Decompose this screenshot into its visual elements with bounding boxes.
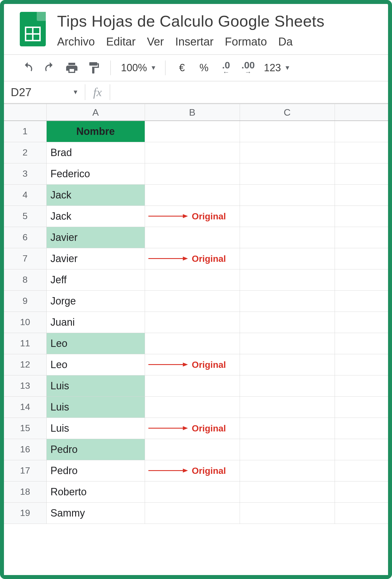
cell[interactable] [335, 333, 388, 354]
cell[interactable] [335, 121, 388, 142]
increase-decimal-button[interactable]: .00 → [240, 60, 256, 76]
cell[interactable] [240, 206, 335, 227]
cell[interactable] [240, 354, 335, 375]
column-header[interactable]: C [240, 104, 335, 121]
cell[interactable]: Federico [46, 163, 145, 184]
cell[interactable] [240, 248, 335, 269]
cell[interactable] [145, 142, 240, 163]
cell[interactable]: Original [145, 418, 240, 439]
cell[interactable] [145, 481, 240, 502]
row-header[interactable]: 11 [4, 333, 46, 354]
row-header[interactable]: 18 [4, 481, 46, 502]
cell[interactable] [240, 121, 335, 142]
row-header[interactable]: 17 [4, 460, 46, 481]
row-header[interactable]: 1 [4, 121, 46, 142]
cell[interactable] [335, 142, 388, 163]
row-header[interactable]: 8 [4, 269, 46, 290]
cell[interactable] [335, 460, 388, 481]
format-percent-button[interactable]: % [196, 60, 212, 76]
cell[interactable] [240, 312, 335, 333]
cell[interactable] [335, 206, 388, 227]
row-header[interactable]: 9 [4, 290, 46, 312]
cell[interactable] [240, 163, 335, 184]
cell[interactable] [145, 375, 240, 396]
format-currency-button[interactable]: € [174, 60, 190, 76]
cell[interactable]: Javier [46, 248, 145, 269]
cell[interactable] [335, 396, 388, 418]
cell[interactable]: Luis [46, 375, 145, 396]
cell[interactable] [145, 227, 240, 248]
cell[interactable] [145, 184, 240, 206]
cell[interactable] [335, 354, 388, 375]
row-header[interactable]: 13 [4, 375, 46, 396]
cell[interactable] [145, 269, 240, 290]
cell[interactable] [145, 290, 240, 312]
cell[interactable]: Leo [46, 333, 145, 354]
cell[interactable]: Original [145, 354, 240, 375]
row-header[interactable]: 12 [4, 354, 46, 375]
cell[interactable]: Leo [46, 354, 145, 375]
cell[interactable] [145, 396, 240, 418]
cell[interactable]: Javier [46, 227, 145, 248]
cell[interactable] [335, 481, 388, 502]
cell[interactable] [240, 227, 335, 248]
menu-edit[interactable]: Editar [106, 35, 136, 48]
cell[interactable] [240, 184, 335, 206]
cell[interactable] [240, 396, 335, 418]
cell[interactable] [240, 290, 335, 312]
cell[interactable] [335, 269, 388, 290]
row-header[interactable]: 6 [4, 227, 46, 248]
row-header[interactable]: 16 [4, 439, 46, 460]
column-header[interactable]: B [145, 104, 240, 121]
menu-view[interactable]: Ver [147, 35, 164, 48]
cell[interactable]: Jeff [46, 269, 145, 290]
cell[interactable] [240, 142, 335, 163]
row-header[interactable]: 5 [4, 206, 46, 227]
cell[interactable]: Sammy [46, 502, 145, 524]
select-all-corner[interactable] [4, 104, 46, 121]
cell[interactable]: Original [145, 460, 240, 481]
cell[interactable] [335, 290, 388, 312]
cell[interactable] [240, 333, 335, 354]
cell[interactable]: Original [145, 248, 240, 269]
cell[interactable]: Pedro [46, 439, 145, 460]
cell[interactable] [240, 481, 335, 502]
cell[interactable]: Jack [46, 184, 145, 206]
cell[interactable] [335, 502, 388, 524]
print-button[interactable] [64, 60, 80, 76]
paint-format-button[interactable] [86, 60, 102, 76]
cell[interactable] [240, 502, 335, 524]
cell[interactable]: Jorge [46, 290, 145, 312]
spreadsheet-grid[interactable]: A B C 1Nombre2Brad3Federico4Jack5JackOri… [4, 103, 388, 575]
cell[interactable] [145, 333, 240, 354]
undo-button[interactable] [20, 60, 36, 76]
cell[interactable]: Roberto [46, 481, 145, 502]
cell[interactable] [240, 439, 335, 460]
cell[interactable] [335, 227, 388, 248]
cell[interactable] [145, 502, 240, 524]
cell[interactable] [335, 184, 388, 206]
cell[interactable] [240, 460, 335, 481]
row-header[interactable]: 10 [4, 312, 46, 333]
cell[interactable] [145, 439, 240, 460]
cell[interactable]: Nombre [46, 121, 145, 142]
cell[interactable] [335, 375, 388, 396]
document-title[interactable]: Tips Hojas de Calculo Google Sheets [57, 12, 388, 30]
column-header[interactable] [335, 104, 388, 121]
more-formats-dropdown[interactable]: 123 ▼ [262, 60, 291, 76]
formula-input[interactable] [110, 81, 388, 103]
row-header[interactable]: 3 [4, 163, 46, 184]
zoom-dropdown[interactable]: 100% ▼ [119, 60, 157, 76]
cell[interactable] [335, 312, 388, 333]
row-header[interactable]: 19 [4, 502, 46, 524]
cell[interactable] [145, 312, 240, 333]
decrease-decimal-button[interactable]: .0 ← [218, 60, 234, 76]
cell[interactable] [240, 375, 335, 396]
cell[interactable]: Brad [46, 142, 145, 163]
cell[interactable]: Original [145, 206, 240, 227]
cell[interactable]: Juani [46, 312, 145, 333]
cell[interactable] [145, 163, 240, 184]
cell[interactable] [335, 248, 388, 269]
cell[interactable] [335, 163, 388, 184]
row-header[interactable]: 4 [4, 184, 46, 206]
